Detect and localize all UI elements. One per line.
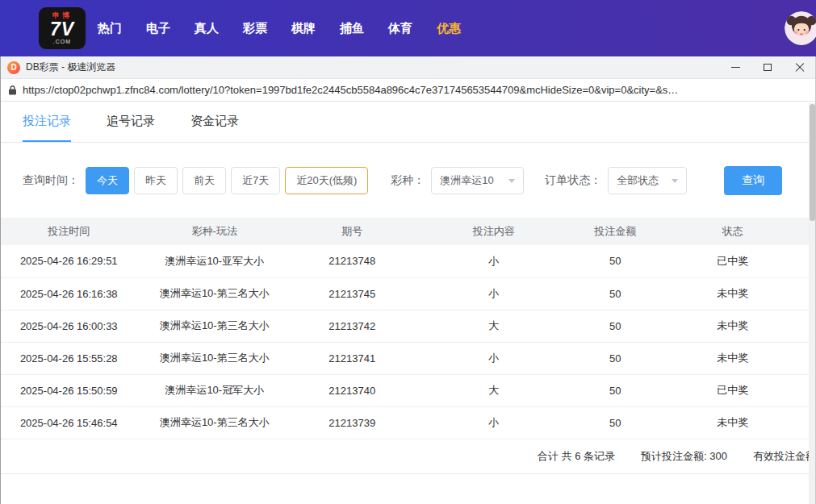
column-header: 投注金额 — [575, 218, 655, 245]
bet-content: 小 — [413, 277, 575, 310]
column-header: 投注时间 — [0, 218, 138, 245]
bet-content: 大 — [413, 310, 575, 342]
table-row: 2025-04-26 15:50:59澳洲幸运10-冠军大小21213740大5… — [0, 374, 810, 406]
tab-2[interactable]: 资金记录 — [190, 102, 239, 142]
table-row: 2025-04-26 16:29:51澳洲幸运10-亚军大小21213748小5… — [0, 245, 810, 277]
nav-item-4[interactable]: 棋牌 — [279, 21, 328, 36]
game-play: 澳洲幸运10-第三名大小 — [138, 277, 292, 310]
lock-icon — [8, 85, 17, 95]
chevron-down-icon — [508, 179, 515, 183]
status: 已中奖 — [655, 374, 810, 406]
lottery-select-value: 澳洲幸运10 — [440, 173, 493, 188]
summary-bar: 合计 共 6 条记录 预计投注金额: 300 有效投注金额 — [0, 439, 816, 474]
avatar-icon — [785, 11, 816, 45]
bet-time: 2025-04-26 15:46:54 — [0, 406, 138, 439]
game-play: 澳洲幸运10-第三名大小 — [138, 342, 292, 374]
summary-expected-amount: 预计投注金额: 300 — [641, 449, 727, 464]
summary-total: 合计 共 6 条记录 — [538, 449, 615, 464]
table-row: 2025-04-26 16:00:33澳洲幸运10-第三名大小21213742大… — [0, 310, 810, 342]
bet-amount: 50 — [575, 310, 655, 342]
url-bar[interactable]: https://ctop02pchwp1.zfnc84.com/lottery/… — [0, 79, 816, 102]
site-header: 申博 7V .COM 热门电子真人彩票棋牌捕鱼体育优惠 — [0, 0, 816, 56]
lottery-filter-label: 彩种： — [391, 173, 425, 188]
issue-number: 21213741 — [291, 342, 412, 374]
status: 未中奖 — [655, 406, 810, 439]
issue-number: 21213748 — [291, 245, 412, 277]
column-header: 投注内容 — [413, 218, 575, 245]
bet-amount: 50 — [575, 342, 655, 374]
nav-item-6[interactable]: 体育 — [376, 21, 425, 36]
logo-main-text: 7V — [50, 19, 74, 39]
time-option-3[interactable]: 近7天 — [231, 167, 280, 194]
bet-content: 小 — [413, 406, 575, 439]
logo-sub-text: .COM — [53, 39, 71, 44]
bet-amount: 50 — [575, 374, 655, 406]
url-text: https://ctop02pchwp1.zfnc84.com/lottery/… — [23, 84, 678, 96]
time-option-2[interactable]: 前天 — [182, 167, 226, 194]
lottery-select[interactable]: 澳洲幸运10 — [431, 167, 524, 194]
column-header: 状态 — [655, 218, 810, 245]
bet-amount: 50 — [575, 245, 655, 277]
nav-item-0[interactable]: 热门 — [86, 21, 134, 36]
browser-title-bar[interactable]: D DB彩票 - 极速浏览器 — [0, 56, 816, 79]
nav-item-7[interactable]: 优惠 — [425, 21, 473, 36]
issue-number: 21213739 — [291, 406, 412, 439]
window-left-edge — [0, 56, 1, 504]
issue-number: 21213745 — [291, 277, 412, 310]
nav-item-3[interactable]: 彩票 — [231, 21, 279, 36]
time-option-1[interactable]: 昨天 — [134, 167, 178, 194]
minimize-icon — [731, 67, 740, 68]
summary-valid-amount: 有效投注金额 — [753, 449, 816, 464]
close-button[interactable] — [784, 56, 816, 78]
bet-content: 小 — [413, 342, 575, 374]
bet-amount: 50 — [575, 277, 655, 310]
bet-amount: 50 — [575, 406, 655, 439]
status: 已中奖 — [655, 245, 810, 277]
nav-item-5[interactable]: 捕鱼 — [328, 21, 376, 36]
search-button[interactable]: 查询 — [724, 166, 782, 195]
record-tabs: 投注记录追号记录资金记录 — [0, 102, 816, 143]
main-nav: 热门电子真人彩票棋牌捕鱼体育优惠 — [86, 21, 473, 36]
column-header: 彩种-玩法 — [138, 218, 292, 245]
nav-item-1[interactable]: 电子 — [134, 21, 182, 36]
bet-time: 2025-04-26 16:16:38 — [0, 277, 138, 310]
window-controls — [719, 56, 816, 78]
bet-time: 2025-04-26 15:50:59 — [0, 374, 138, 406]
bet-time: 2025-04-26 16:00:33 — [0, 310, 138, 342]
game-play: 澳洲幸运10-第三名大小 — [138, 406, 292, 439]
scrollbar-thumb[interactable] — [810, 104, 815, 221]
nav-item-2[interactable]: 真人 — [182, 21, 231, 36]
status: 未中奖 — [655, 277, 810, 310]
tab-1[interactable]: 追号记录 — [107, 102, 155, 142]
screen: 申博 7V .COM 热门电子真人彩票棋牌捕鱼体育优惠 D DB彩票 - 极 — [0, 0, 816, 504]
bet-time: 2025-04-26 15:55:28 — [0, 342, 138, 374]
order-status-select[interactable]: 全部状态 — [608, 167, 687, 194]
filter-row: 查询时间： 今天昨天前天近7天近20天(低频) 彩种： 澳洲幸运10 订单状态：… — [0, 143, 816, 218]
time-filter-group: 今天昨天前天近7天近20天(低频) — [86, 167, 368, 194]
table-row: 2025-04-26 15:55:28澳洲幸运10-第三名大小21213741小… — [0, 342, 810, 374]
minimize-button[interactable] — [719, 56, 751, 78]
betting-records-panel: 投注记录追号记录资金记录 查询时间： 今天昨天前天近7天近20天(低频) 彩种：… — [0, 102, 816, 504]
close-icon — [795, 63, 805, 73]
tab-0[interactable]: 投注记录 — [23, 102, 71, 142]
game-play: 澳洲幸运10-冠军大小 — [138, 374, 292, 406]
maximize-button[interactable] — [751, 56, 784, 78]
status: 未中奖 — [655, 342, 810, 374]
column-header: 期号 — [291, 218, 412, 245]
time-filter-label: 查询时间： — [23, 173, 79, 188]
table-row: 2025-04-26 15:46:54澳洲幸运10-第三名大小21213739小… — [0, 406, 810, 439]
avatar[interactable] — [785, 11, 816, 45]
time-option-0[interactable]: 今天 — [86, 167, 129, 194]
order-status-filter-label: 订单状态： — [545, 173, 601, 188]
maximize-icon — [764, 64, 772, 71]
table-body: 2025-04-26 16:29:51澳洲幸运10-亚军大小21213748小5… — [0, 245, 810, 439]
window-title: DB彩票 - 极速浏览器 — [26, 60, 719, 74]
site-logo[interactable]: 申博 7V .COM — [39, 7, 86, 49]
bet-time: 2025-04-26 16:29:51 — [0, 245, 138, 277]
status: 未中奖 — [655, 310, 810, 342]
bet-content: 大 — [413, 374, 575, 406]
game-play: 澳洲幸运10-第三名大小 — [138, 310, 292, 342]
browser-favicon-icon: D — [7, 61, 20, 74]
game-play: 澳洲幸运10-亚军大小 — [138, 245, 292, 277]
time-option-4[interactable]: 近20天(低频) — [285, 167, 368, 194]
